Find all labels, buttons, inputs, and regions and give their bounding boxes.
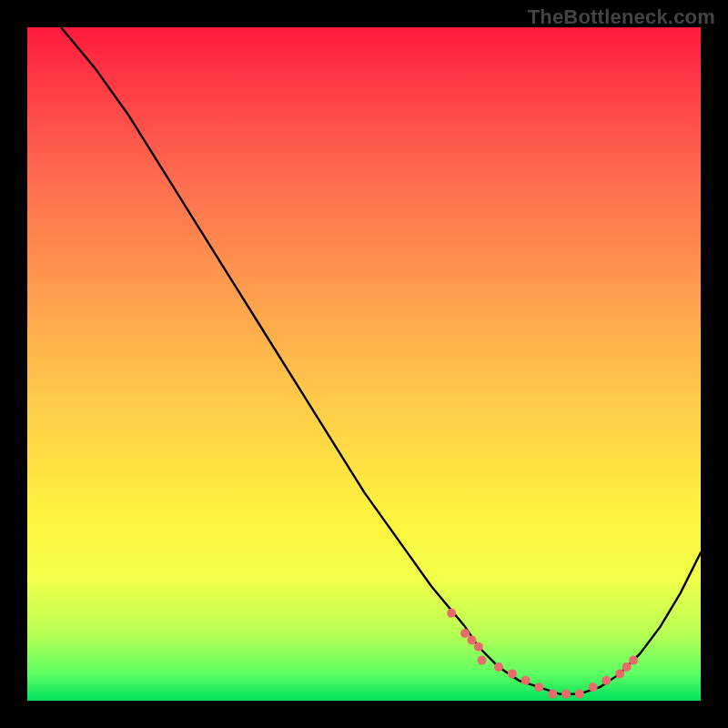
bottleneck-curve xyxy=(27,0,701,694)
chart-frame: TheBottleneck.com xyxy=(0,0,728,728)
marker-dot xyxy=(602,676,611,685)
marker-dot xyxy=(508,669,517,678)
marker-dot xyxy=(548,690,557,699)
marker-dot xyxy=(629,656,638,665)
bottleneck-curve-svg xyxy=(27,27,701,701)
marker-dot xyxy=(561,690,571,699)
marker-dot xyxy=(478,656,487,665)
marker-dot xyxy=(494,662,503,672)
watermark-text: TheBottleneck.com xyxy=(528,5,715,29)
marker-dot xyxy=(589,682,598,692)
marker-dot xyxy=(474,642,483,652)
marker-dot xyxy=(521,676,531,685)
marker-dot xyxy=(575,690,584,699)
marker-dot xyxy=(534,682,543,692)
marker-dot xyxy=(622,662,632,672)
marker-dot xyxy=(447,609,456,618)
marker-dot xyxy=(615,669,624,678)
marker-dot xyxy=(467,635,476,644)
highlight-dots xyxy=(447,609,638,699)
marker-dot xyxy=(460,629,470,638)
plot-area xyxy=(27,27,701,701)
